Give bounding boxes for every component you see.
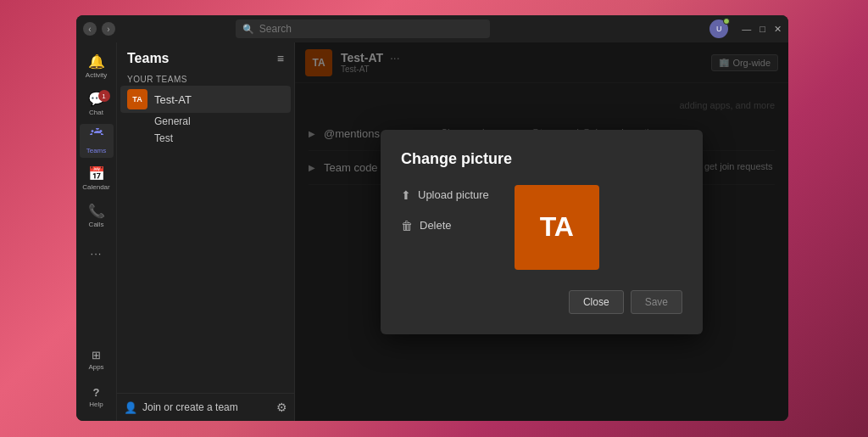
channel-name-test: Test <box>154 132 173 144</box>
sidebar-item-chat[interactable]: 💬 Chat 1 <box>80 87 114 120</box>
join-team-label: Join or create a team <box>142 401 238 413</box>
app-window: ‹ › 🔍 U — □ ✕ 🔔 Activity <box>76 15 788 421</box>
nav-buttons: ‹ › <box>83 22 115 36</box>
sidebar-header: Teams ≡ <box>117 42 294 70</box>
your-teams-label: Your teams <box>117 70 294 86</box>
teams-icon <box>89 128 104 145</box>
team-name: Test-AT <box>154 93 269 106</box>
upload-icon: ⬆ <box>401 188 411 202</box>
filter-icon[interactable]: ≡ <box>277 52 284 65</box>
sidebar-bottom: 👤 Join or create a team ⚙ <box>117 393 294 421</box>
window-controls: — □ ✕ <box>742 24 782 35</box>
team-item-test-at[interactable]: TA Test-AT ··· <box>120 86 291 113</box>
channel-item-general[interactable]: General <box>120 113 291 130</box>
minimize-button[interactable]: — <box>742 24 751 35</box>
sidebar-item-apps[interactable]: ⊞ Apps <box>80 343 114 377</box>
icon-bar-bottom: ⊞ Apps ? Help <box>80 343 114 414</box>
sidebar-item-teams[interactable]: Teams <box>80 124 114 158</box>
activity-icon: 🔔 <box>88 53 105 70</box>
sidebar-item-help[interactable]: ? Help <box>80 380 114 414</box>
search-bar[interactable]: 🔍 <box>236 20 490 38</box>
apps-icon: ⊞ <box>92 349 101 361</box>
upload-picture-button[interactable]: ⬆ Upload picture <box>401 185 489 205</box>
modal-footer: Close Save <box>401 290 682 314</box>
modal-body: ⬆ Upload picture 🗑 Delete TA <box>401 185 682 270</box>
more-icon: ··· <box>91 247 103 260</box>
close-button[interactable]: ✕ <box>774 24 782 35</box>
search-input[interactable] <box>259 23 483 35</box>
chat-badge: 1 <box>98 90 110 102</box>
join-create-team-button[interactable]: 👤 Join or create a team <box>124 401 238 414</box>
delete-picture-button[interactable]: 🗑 Delete <box>401 216 489 236</box>
team-avatar: TA <box>127 89 147 109</box>
title-bar-right: U — □ ✕ <box>709 20 782 38</box>
delete-icon: 🗑 <box>401 219 413 233</box>
channel-name-general: General <box>154 115 191 127</box>
sidebar-item-more[interactable]: ··· <box>80 236 114 270</box>
calendar-icon: 📅 <box>88 165 105 182</box>
sidebar: Teams ≡ Your teams TA Test-AT ··· Genera… <box>117 42 295 421</box>
avatar[interactable]: U <box>709 20 728 38</box>
channel-item-test[interactable]: Test <box>120 130 291 147</box>
main-panel: TA Test-AT ··· Test-AT 🏢 Org-wide addi <box>295 42 788 421</box>
sidebar-settings-icon[interactable]: ⚙ <box>276 401 287 414</box>
sidebar-title: Teams <box>127 51 170 66</box>
modal-save-button[interactable]: Save <box>631 290 682 314</box>
help-icon: ? <box>93 386 100 399</box>
avatar-badge <box>723 18 730 25</box>
title-bar: ‹ › 🔍 U — □ ✕ <box>76 15 788 42</box>
forward-button[interactable]: › <box>102 22 115 36</box>
content-area: 🔔 Activity 💬 Chat 1 Teams 📅 Calendar <box>76 42 788 421</box>
join-team-icon: 👤 <box>124 401 137 414</box>
sidebar-item-calls[interactable]: 📞 Calls <box>80 199 114 233</box>
maximize-button[interactable]: □ <box>760 24 765 35</box>
sidebar-item-calendar[interactable]: 📅 Calendar <box>80 161 114 195</box>
modal-close-button[interactable]: Close <box>569 290 624 314</box>
modal-actions: ⬆ Upload picture 🗑 Delete <box>401 185 489 236</box>
sidebar-item-activity[interactable]: 🔔 Activity <box>80 49 114 83</box>
back-button[interactable]: ‹ <box>83 22 97 36</box>
change-picture-modal: Change picture ⬆ Upload picture 🗑 Delete <box>381 130 703 334</box>
search-icon: 🔍 <box>242 24 254 35</box>
modal-overlay: Change picture ⬆ Upload picture 🗑 Delete <box>295 42 788 421</box>
icon-bar: 🔔 Activity 💬 Chat 1 Teams 📅 Calendar <box>76 42 117 421</box>
modal-title: Change picture <box>401 150 682 168</box>
calls-icon: 📞 <box>88 203 105 219</box>
team-picture-preview: TA <box>515 185 599 270</box>
